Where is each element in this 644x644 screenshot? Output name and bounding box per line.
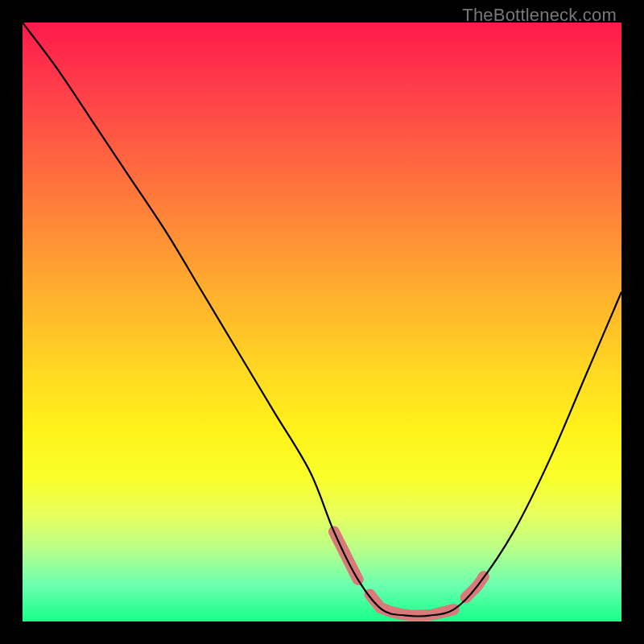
plot-area <box>23 23 621 621</box>
curve-layer <box>23 23 621 621</box>
chart-frame: TheBottleneck.com <box>0 0 644 644</box>
bottleneck-curve <box>23 23 621 616</box>
